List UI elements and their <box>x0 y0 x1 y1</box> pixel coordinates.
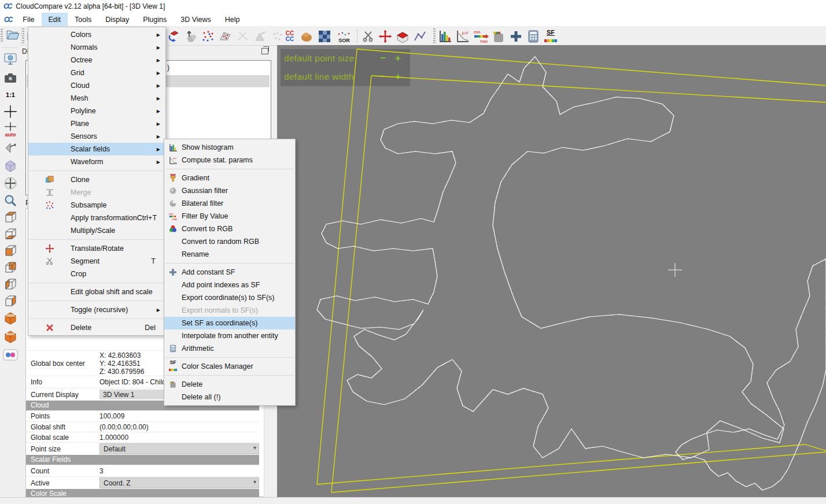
window-title: CloudCompare v2.12 alpha [64-bit] - [3D … <box>16 2 165 10</box>
noise-filter-button[interactable] <box>317 29 332 44</box>
segment-tool-button[interactable] <box>412 29 427 44</box>
menu-file[interactable]: File <box>16 13 41 26</box>
menu-item-multiply-scale[interactable]: Multiply/Scale <box>28 224 165 237</box>
submenu-item-delete-sf[interactable]: Delete <box>164 378 295 391</box>
menu-item-clone[interactable]: Clone <box>28 173 165 186</box>
sor-filter-button[interactable]: SOR <box>335 29 353 44</box>
scissors-button[interactable] <box>361 29 376 44</box>
submenu-item-show-histogram[interactable]: Show histogram <box>164 141 295 154</box>
menu-item-waveform[interactable]: Waveform▶ <box>28 155 165 168</box>
menu-item-edit-global-shift[interactable]: Edit global shift and scale <box>28 286 165 298</box>
submenu-item-convert-to-rgb[interactable]: Convert to RGB <box>164 223 295 235</box>
menu-item-octree[interactable]: Octree▶ <box>28 54 165 66</box>
show-histogram-button[interactable] <box>438 29 453 44</box>
menu-item-scalar-fields[interactable]: Scalar fields▶ <box>28 143 165 155</box>
view-bottom-button[interactable] <box>2 226 19 242</box>
menu-item-translate-rotate[interactable]: Translate/Rotate <box>28 242 165 255</box>
compute-normals-button[interactable] <box>183 29 198 44</box>
auto-pick-center-button[interactable]: auto <box>2 120 19 139</box>
submenu-item-filter-by-value[interactable]: minmaxFilter By Value <box>164 210 295 223</box>
translate-rotate-button[interactable] <box>378 29 393 44</box>
menu-item-crop[interactable]: Crop <box>28 268 165 280</box>
menu-item-segment[interactable]: SegmentT <box>28 255 165 268</box>
menu-item-normals[interactable]: Normals▶ <box>28 41 165 54</box>
rotate-entity-icon <box>167 29 180 43</box>
tree-item-fragment[interactable]: ) <box>167 64 169 72</box>
menu-item-grid[interactable]: Grid▶ <box>28 66 165 79</box>
view-top-button[interactable] <box>2 209 19 225</box>
submenu-item-arithmetic[interactable]: Arithmetic <box>164 342 295 355</box>
screenshot-button[interactable] <box>2 70 19 86</box>
zoom-1-1-button[interactable]: 1:1 <box>2 87 19 103</box>
point-size-select[interactable]: Default ▾ <box>99 443 259 454</box>
subsample-button[interactable] <box>201 29 216 44</box>
cross-section-button[interactable] <box>395 29 410 44</box>
stat-params-button[interactable]: μ,σ <box>455 29 470 44</box>
perspective-button[interactable] <box>2 157 19 173</box>
submenu-item-gradient[interactable]: Gradient <box>164 172 295 184</box>
submenu-item-add-constant-sf[interactable]: Add constant SF <box>164 266 295 279</box>
view-back-button[interactable] <box>2 260 19 276</box>
view-front-button[interactable] <box>2 243 19 259</box>
toolbar-grip-2[interactable] <box>433 28 436 43</box>
menu-item-sensors[interactable]: Sensors▶ <box>28 130 165 143</box>
submenu-item-set-sf-as-coordinates[interactable]: Set SF as coordinate(s) <box>164 317 295 329</box>
shortcut-label: Ctrl+T <box>137 214 164 222</box>
menu-item-subsample[interactable]: Subsample <box>28 199 165 212</box>
submenu-item-bilateral-filter[interactable]: Bilateral filter <box>164 197 295 210</box>
submenu-item-interpolate[interactable]: Interpolate from another entity <box>164 329 295 342</box>
menu-item-apply-transformation[interactable]: Apply transformationCtrl+T <box>28 212 165 224</box>
submenu-item-gaussian-filter[interactable]: Gaussian filter <box>164 184 295 197</box>
menu-edit[interactable]: Edit <box>42 13 68 26</box>
view-left-button[interactable] <box>2 276 19 292</box>
submenu-item-add-point-indexes[interactable]: Add point indexes as SF <box>164 279 295 291</box>
menu-3dviews[interactable]: 3D Views <box>174 13 218 26</box>
view-right-button[interactable] <box>2 293 19 309</box>
submenu-item-compute-stat-params[interactable]: μ,σCompute stat. params <box>164 154 295 166</box>
float-panel-icon[interactable] <box>261 48 268 54</box>
rotate-entity-button[interactable] <box>166 29 181 44</box>
submenu-item-rename[interactable]: Rename <box>164 248 295 261</box>
menu-display[interactable]: Display <box>98 13 136 26</box>
menubar-app-icon[interactable]: CC <box>0 13 16 26</box>
smooth-mesh-button[interactable] <box>299 29 314 44</box>
menu-item-toggle-recursive[interactable]: Toggle (recursive)▶ <box>28 303 165 316</box>
menu-item-delete[interactable]: DeleteDel <box>28 321 165 334</box>
delete-sf-button[interactable] <box>491 29 506 44</box>
view-front-iso-button[interactable]: FRONT <box>2 310 19 327</box>
submenu-item-delete-all-sf[interactable]: Delete all (!) <box>164 391 295 403</box>
submenu-item-convert-to-random-rgb[interactable]: Convert to random RGB <box>164 235 295 248</box>
menu-item-mesh[interactable]: Mesh▶ <box>28 92 165 105</box>
active-sf-select[interactable]: Coord. Z ▾ <box>99 477 259 488</box>
menu-item-plane[interactable]: Plane▶ <box>28 117 165 130</box>
increase-point-size-button[interactable]: + <box>390 53 405 64</box>
color-scales-manager-button[interactable]: SF <box>543 29 558 44</box>
toolbar-grip[interactable] <box>22 28 24 43</box>
refresh-display-button[interactable] <box>2 51 19 67</box>
decrease-line-width-button[interactable]: − <box>375 71 390 83</box>
zoom-tool-button[interactable] <box>2 192 19 209</box>
left-toolbar-grip[interactable] <box>1 28 3 42</box>
menu-item-colors[interactable]: Colors▶ <box>28 28 165 41</box>
pick-rotation-center-button[interactable] <box>2 140 19 156</box>
submenu-item-color-scales-manager[interactable]: SFColor Scales Manager <box>164 360 295 373</box>
stereo-mode-button[interactable] <box>2 347 19 363</box>
view-back-iso-button[interactable]: BACK <box>2 329 19 345</box>
menu-tools[interactable]: Tools <box>68 13 98 26</box>
sf-arithmetic-button[interactable] <box>526 29 541 44</box>
menu-plugins[interactable]: Plugins <box>136 13 174 26</box>
menu-help[interactable]: Help <box>218 13 247 26</box>
decrease-point-size-button[interactable]: − <box>375 53 390 64</box>
viewport-3d[interactable]: default point size − + default line widt… <box>277 45 826 504</box>
sample-points-button[interactable] <box>218 29 233 44</box>
menu-item-polyline[interactable]: Polyline▶ <box>28 105 165 117</box>
add-constant-sf-button[interactable] <box>508 29 523 44</box>
submenu-item-export-coords-to-sf[interactable]: Export coordinate(s) to SF(s) <box>164 291 295 304</box>
filter-by-value-button[interactable]: minmax <box>473 29 490 44</box>
cc-converter-button[interactable]: CC CC <box>282 29 297 44</box>
pick-point-button[interactable] <box>2 103 19 120</box>
pan-mode-button[interactable] <box>2 175 19 191</box>
open-button[interactable] <box>5 27 21 43</box>
increase-line-width-button[interactable]: + <box>390 71 405 83</box>
menu-item-cloud[interactable]: Cloud▶ <box>28 79 165 92</box>
